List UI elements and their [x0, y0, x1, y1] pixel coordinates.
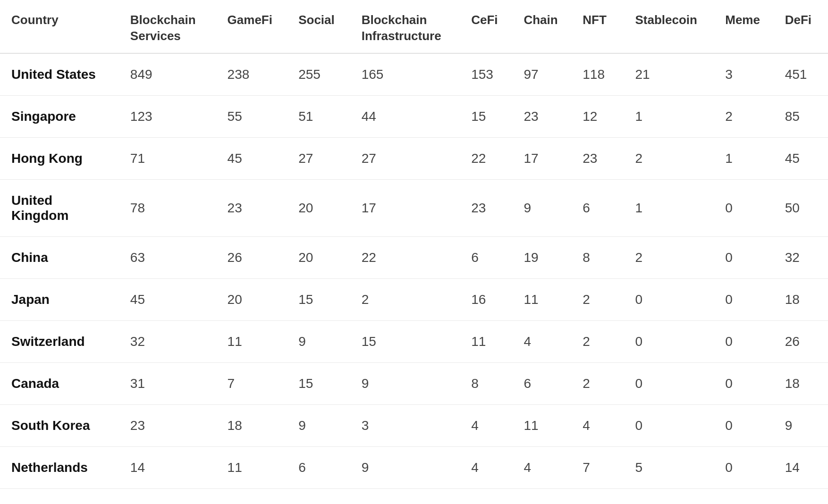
cell-blockchain_services: 23 [121, 404, 218, 446]
cell-country: Singapore [0, 95, 121, 137]
table-row: Netherlands1411694475014 [0, 446, 828, 488]
cell-social: 20 [289, 179, 352, 236]
cell-blockchain_infrastructure: 3 [352, 404, 462, 446]
cell-defi: 9 [776, 404, 828, 446]
cell-nft: 23 [573, 137, 625, 179]
cell-stablecoin: 21 [626, 53, 716, 96]
cell-chain: 4 [514, 320, 573, 362]
header-chain: Chain [514, 4, 573, 53]
data-table: Country Blockchain Services GameFi Socia… [0, 4, 828, 489]
cell-social: 51 [289, 95, 352, 137]
cell-defi: 32 [776, 236, 828, 278]
cell-chain: 11 [514, 278, 573, 320]
table-row: China6326202261982032 [0, 236, 828, 278]
cell-nft: 2 [573, 278, 625, 320]
cell-meme: 0 [716, 278, 775, 320]
cell-country: Hong Kong [0, 137, 121, 179]
cell-defi: 85 [776, 95, 828, 137]
cell-stablecoin: 2 [626, 137, 716, 179]
cell-social: 15 [289, 278, 352, 320]
cell-meme: 0 [716, 236, 775, 278]
cell-stablecoin: 2 [626, 236, 716, 278]
cell-gamefi: 45 [218, 137, 289, 179]
cell-defi: 50 [776, 179, 828, 236]
cell-defi: 18 [776, 362, 828, 404]
cell-chain: 6 [514, 362, 573, 404]
table-row: United Kingdom7823201723961050 [0, 179, 828, 236]
cell-social: 9 [289, 404, 352, 446]
cell-chain: 17 [514, 137, 573, 179]
cell-blockchain_services: 71 [121, 137, 218, 179]
cell-cefi: 11 [462, 320, 514, 362]
cell-chain: 23 [514, 95, 573, 137]
cell-chain: 97 [514, 53, 573, 96]
cell-gamefi: 26 [218, 236, 289, 278]
cell-stablecoin: 5 [626, 446, 716, 488]
cell-meme: 1 [716, 137, 775, 179]
cell-nft: 2 [573, 362, 625, 404]
cell-blockchain_services: 14 [121, 446, 218, 488]
cell-cefi: 153 [462, 53, 514, 96]
cell-blockchain_infrastructure: 44 [352, 95, 462, 137]
cell-blockchain_services: 849 [121, 53, 218, 96]
cell-chain: 9 [514, 179, 573, 236]
cell-stablecoin: 0 [626, 278, 716, 320]
cell-social: 15 [289, 362, 352, 404]
cell-social: 20 [289, 236, 352, 278]
cell-blockchain_services: 45 [121, 278, 218, 320]
cell-social: 9 [289, 320, 352, 362]
cell-meme: 0 [716, 446, 775, 488]
cell-blockchain_infrastructure: 22 [352, 236, 462, 278]
cell-meme: 0 [716, 362, 775, 404]
cell-blockchain_infrastructure: 17 [352, 179, 462, 236]
cell-meme: 0 [716, 404, 775, 446]
cell-country: South Korea [0, 404, 121, 446]
cell-chain: 19 [514, 236, 573, 278]
cell-stablecoin: 0 [626, 320, 716, 362]
cell-gamefi: 18 [218, 404, 289, 446]
cell-blockchain_infrastructure: 15 [352, 320, 462, 362]
cell-country: Netherlands [0, 446, 121, 488]
cell-blockchain_services: 78 [121, 179, 218, 236]
cell-nft: 12 [573, 95, 625, 137]
cell-cefi: 4 [462, 404, 514, 446]
cell-cefi: 16 [462, 278, 514, 320]
cell-stablecoin: 0 [626, 362, 716, 404]
header-meme: Meme [716, 4, 775, 53]
header-country: Country [0, 4, 121, 53]
cell-stablecoin: 1 [626, 179, 716, 236]
table-row: Switzerland321191511420026 [0, 320, 828, 362]
cell-gamefi: 23 [218, 179, 289, 236]
cell-nft: 2 [573, 320, 625, 362]
cell-country: Japan [0, 278, 121, 320]
cell-chain: 11 [514, 404, 573, 446]
cell-meme: 3 [716, 53, 775, 96]
cell-gamefi: 238 [218, 53, 289, 96]
cell-cefi: 6 [462, 236, 514, 278]
header-blockchain-infrastructure: Blockchain Infrastructure [352, 4, 462, 53]
cell-blockchain_infrastructure: 9 [352, 362, 462, 404]
cell-social: 255 [289, 53, 352, 96]
cell-defi: 26 [776, 320, 828, 362]
table-header-row: Country Blockchain Services GameFi Socia… [0, 4, 828, 53]
cell-gamefi: 7 [218, 362, 289, 404]
cell-chain: 4 [514, 446, 573, 488]
cell-blockchain_services: 123 [121, 95, 218, 137]
cell-nft: 118 [573, 53, 625, 96]
cell-nft: 4 [573, 404, 625, 446]
cell-social: 27 [289, 137, 352, 179]
cell-blockchain_infrastructure: 27 [352, 137, 462, 179]
header-cefi: CeFi [462, 4, 514, 53]
cell-meme: 2 [716, 95, 775, 137]
cell-blockchain_services: 31 [121, 362, 218, 404]
cell-blockchain_services: 63 [121, 236, 218, 278]
cell-meme: 0 [716, 179, 775, 236]
cell-defi: 18 [776, 278, 828, 320]
cell-country: Canada [0, 362, 121, 404]
header-defi: DeFi [776, 4, 828, 53]
table-row: Japan4520152161120018 [0, 278, 828, 320]
cell-blockchain_infrastructure: 165 [352, 53, 462, 96]
cell-gamefi: 55 [218, 95, 289, 137]
cell-nft: 8 [573, 236, 625, 278]
header-nft: NFT [573, 4, 625, 53]
